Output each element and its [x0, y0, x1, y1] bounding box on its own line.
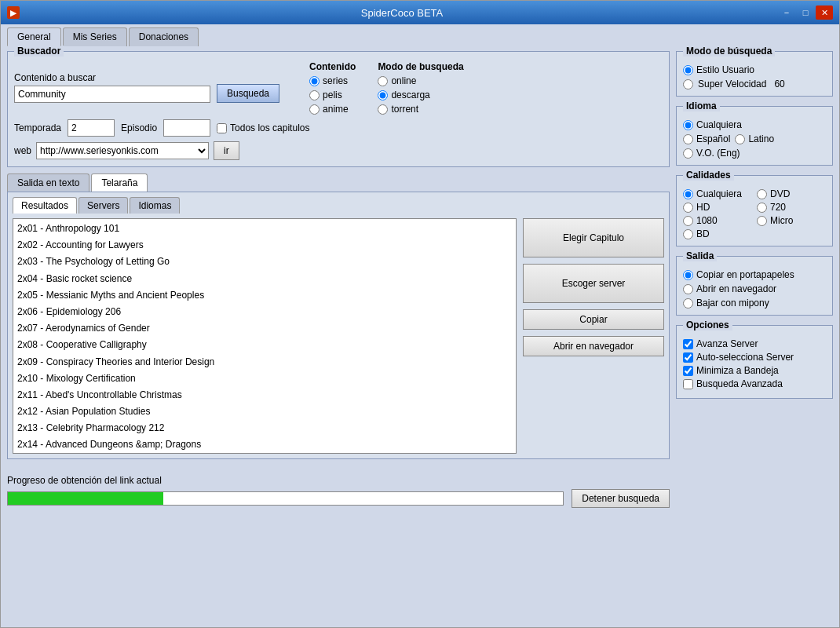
- contenido-anime-label: anime: [323, 104, 349, 115]
- calidad-dvd-radio[interactable]: [757, 189, 767, 199]
- episode-item[interactable]: 2x05 - Messianic Myths and Ancient Peopl…: [15, 287, 514, 304]
- episode-item[interactable]: 2x07 - Aerodynamics of Gender: [15, 320, 514, 337]
- inner-tabs-bar: Resultados Servers Idiomas: [13, 197, 664, 214]
- opcion-checkbox-0[interactable]: [683, 339, 693, 349]
- opcion-checkbox-3[interactable]: [683, 379, 693, 389]
- episodio-input[interactable]: [163, 119, 210, 137]
- abrir-navegador-button[interactable]: Abrir en navegador: [523, 336, 664, 356]
- modo-torrent-radio[interactable]: [378, 104, 388, 115]
- idioma-cualquiera-radio[interactable]: [683, 120, 693, 130]
- episode-item[interactable]: 2x03 - The Psychology of Letting Go: [15, 254, 514, 270]
- idioma-vo-radio[interactable]: [683, 148, 693, 159]
- super-velocidad-radio[interactable]: [683, 79, 693, 89]
- episode-item[interactable]: 2x13 - Celebrity Pharmacology 212: [15, 420, 514, 436]
- idioma-latino-radio[interactable]: [735, 134, 745, 144]
- estilo-usuario-radio[interactable]: [683, 65, 693, 75]
- tab-donaciones[interactable]: Donaciones: [129, 27, 199, 46]
- contenido-buscar-label: Contenido a buscar: [14, 72, 210, 83]
- calidad-720-radio[interactable]: [757, 203, 767, 213]
- super-velocidad-label: Super Velocidad: [698, 78, 766, 89]
- opcion-checkbox-2[interactable]: [683, 366, 693, 376]
- idioma-cualquiera-label: Cualquiera: [696, 119, 742, 130]
- opcion-row-3: Busqueda Avanzada: [683, 378, 826, 389]
- detener-button[interactable]: Detener busqueda: [572, 489, 670, 508]
- maximize-button[interactable]: □: [797, 5, 814, 20]
- episode-item[interactable]: 2x08 - Cooperative Calligraphy: [15, 337, 514, 353]
- inner-tab-idiomas[interactable]: Idiomas: [130, 197, 180, 214]
- calidad-hd-radio[interactable]: [683, 203, 693, 213]
- calidad-bd-row: BD: [683, 228, 752, 239]
- search-input[interactable]: [14, 86, 210, 103]
- salida-tab-texto[interactable]: Salida en texto: [7, 173, 89, 192]
- episode-item[interactable]: 2x12 - Asian Population Studies: [15, 403, 514, 420]
- opcion-row-0: Avanza Server: [683, 338, 826, 349]
- modo-descarga-row: descarga: [378, 89, 463, 100]
- inner-tab-resultados[interactable]: Resultados: [13, 197, 77, 214]
- opcion-checkbox-1[interactable]: [683, 352, 693, 363]
- app-icon: ▶: [7, 6, 20, 19]
- inner-content: 2x01 - Anthropology 1012x02 - Accounting…: [13, 218, 664, 454]
- modo-online-radio[interactable]: [378, 76, 388, 86]
- opcion-label-1: Auto-selecciona Server: [696, 352, 794, 363]
- close-button[interactable]: ✕: [816, 5, 833, 20]
- tab-mis-series[interactable]: Mis Series: [63, 27, 127, 46]
- opcion-row-1: Auto-selecciona Server: [683, 352, 826, 363]
- contenido-series-radio[interactable]: [309, 76, 320, 86]
- episode-item[interactable]: 2x09 - Conspiracy Theories and Interior …: [15, 354, 514, 371]
- salida-navegador-radio[interactable]: [683, 284, 693, 294]
- modo-torrent-label: torrent: [391, 104, 418, 115]
- calidad-cualquiera-radio[interactable]: [683, 189, 693, 199]
- salida-portapapeles-radio[interactable]: [683, 270, 693, 280]
- episode-list[interactable]: 2x01 - Anthropology 1012x02 - Accounting…: [13, 218, 517, 454]
- episode-item[interactable]: 2x06 - Epidemiology 206: [15, 304, 514, 320]
- temporada-input[interactable]: [68, 119, 115, 137]
- episode-item[interactable]: 2x11 - Abed's Uncontrollable Christmas: [15, 387, 514, 403]
- copiar-button[interactable]: Copiar: [523, 309, 664, 330]
- calidad-1080-radio[interactable]: [683, 216, 693, 226]
- busqueda-button[interactable]: Busqueda: [217, 84, 279, 103]
- salida-navegador-row: Abrir en navegador: [683, 283, 826, 294]
- modo-torrent-row: torrent: [378, 104, 463, 115]
- web-select[interactable]: http://www.seriesyonkis.com: [36, 142, 209, 159]
- escoger-server-button[interactable]: Escoger server: [523, 264, 664, 303]
- episode-item[interactable]: 2x14 - Advanced Dungeons &amp; Dragons: [15, 436, 514, 453]
- contenido-pelis-row: pelis: [309, 89, 356, 100]
- calidad-micro-radio[interactable]: [757, 216, 767, 226]
- contenido-anime-radio[interactable]: [309, 104, 320, 115]
- contenido-pelis-radio[interactable]: [309, 90, 320, 100]
- minimize-button[interactable]: −: [778, 5, 795, 20]
- calidad-bd-label: BD: [696, 228, 710, 239]
- todos-capitulos-label: Todos los capitulos: [230, 122, 309, 133]
- search-row: Contenido a buscar Busqueda Contenido se…: [14, 60, 663, 115]
- calidad-hd-row: HD: [683, 202, 752, 213]
- salida-navegador-label: Abrir en navegador: [696, 283, 776, 294]
- opcion-label-2: Minimiza a Bandeja: [696, 365, 779, 376]
- elegir-capitulo-button[interactable]: Elegir Capitulo: [523, 218, 664, 257]
- idioma-vo-label: V.O. (Eng): [696, 148, 740, 159]
- modo-busqueda-radio-group: online descarga torrent: [378, 75, 463, 115]
- todos-capitulos-checkbox[interactable]: [217, 123, 227, 133]
- modo-busqueda-right-content: Estilo Usuario Super Velocidad 60: [683, 64, 826, 89]
- ir-button[interactable]: ir: [214, 141, 239, 160]
- calidad-bd-radio[interactable]: [683, 229, 693, 239]
- modo-busqueda-right-group: Modo de búsqueda Estilo Usuario Super Ve…: [676, 51, 833, 97]
- episode-item[interactable]: 2x02 - Accounting for Lawyers: [15, 237, 514, 254]
- episode-item[interactable]: 2x04 - Basic rocket science: [15, 271, 514, 287]
- modo-descarga-radio[interactable]: [378, 90, 388, 100]
- temporada-row: Temporada Episodio Todos los capitulos: [14, 119, 663, 137]
- salida-tabs-bar: Salida en texto Telaraña: [7, 173, 670, 192]
- calidades-group: Calidades Cualquiera DVD HD: [676, 175, 833, 246]
- salida-right-content: Copiar en portapapeles Abrir en navegado…: [683, 269, 826, 309]
- temporada-label: Temporada: [14, 122, 61, 133]
- idioma-espanol-radio[interactable]: [683, 134, 693, 144]
- episode-item[interactable]: 2x10 - Mixology Certification: [15, 371, 514, 387]
- modo-online-row: online: [378, 75, 463, 86]
- idioma-latino-row: Latino: [735, 133, 774, 144]
- opciones-group: Opciones Avanza ServerAuto-selecciona Se…: [676, 325, 833, 399]
- episode-item[interactable]: 2x01 - Anthropology 101: [15, 221, 514, 237]
- inner-tab-servers[interactable]: Servers: [79, 197, 128, 214]
- salida-mipony-radio[interactable]: [683, 298, 693, 309]
- super-velocidad-row: Super Velocidad 60: [683, 78, 826, 89]
- salida-tab-telarana[interactable]: Telaraña: [91, 173, 148, 192]
- tab-general[interactable]: General: [7, 27, 61, 46]
